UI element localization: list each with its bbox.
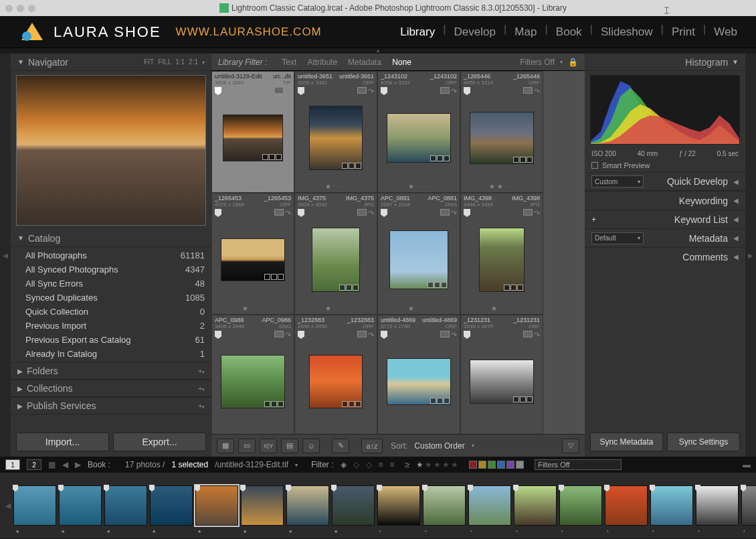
filmstrip-thumb[interactable]: ★ (13, 485, 56, 526)
main-window-button[interactable]: 1 (5, 459, 20, 470)
catalog-item[interactable]: Previous Import2 (11, 319, 211, 333)
thumbnail-image[interactable] (470, 112, 534, 164)
filter-rule-icon[interactable]: ≡ (379, 460, 383, 469)
filmstrip-thumb[interactable]: * (605, 485, 648, 526)
import-button[interactable]: Import... (16, 433, 109, 451)
rotate-icon[interactable]: ↷ (534, 209, 540, 218)
zoom-fill[interactable]: FILL (158, 58, 171, 66)
catalog-item[interactable]: Previous Export as Catalog61 (11, 333, 211, 347)
filmstrip-toggle-icon[interactable]: ▬ (743, 460, 751, 469)
thumb-rating[interactable] (461, 424, 543, 434)
thumbnail-cell[interactable]: _1265446_12654464059 x 3314ORF↷★★··· (460, 71, 543, 193)
thumb-rating[interactable]: ★···· (461, 302, 543, 314)
catalog-header[interactable]: ▼ Catalog (11, 230, 211, 247)
collapse-right-icon[interactable]: ▶ (745, 54, 756, 457)
disclosure-triangle-icon[interactable]: ▼ (732, 58, 739, 66)
pick-flag-icon[interactable] (215, 87, 221, 95)
collapse-left-icon[interactable]: ◀ (0, 54, 11, 457)
rotate-icon[interactable]: ↷ (451, 87, 457, 96)
thumbnail-cell[interactable]: untitled-3651untitled-36513033 x 3383ORF… (294, 71, 377, 193)
thumb-rating[interactable]: ★···· (378, 180, 460, 192)
filter-tab-none[interactable]: None (392, 58, 411, 67)
add-icon[interactable]: + (591, 215, 596, 224)
thumbnail-image[interactable] (221, 355, 285, 408)
disclosure-triangle-icon[interactable]: ▼ (17, 58, 24, 66)
thumbnail-cell[interactable]: APC_0986APC_09863495 x 2949DNG↷ (211, 315, 294, 434)
filmstrip-thumb[interactable]: * (559, 485, 602, 526)
thumbnail-cell[interactable]: _1265453_12654534372 x 2860ORF↷★···· (211, 193, 294, 315)
thumbnail-cell[interactable]: untitled-3129-Editun...dit3858 x 3083TIF… (211, 71, 294, 193)
filmstrip-thumb[interactable]: ★ (59, 485, 102, 526)
pick-flag-icon[interactable] (298, 209, 304, 217)
metadata-preset[interactable]: Default▾ (591, 232, 644, 244)
filters-off-dropdown[interactable]: Filters Off (520, 58, 555, 67)
rotate-icon[interactable]: ↷ (534, 331, 540, 339)
dropdown-icon[interactable]: ▾ (202, 60, 205, 66)
rotate-icon[interactable]: ↷ (368, 331, 374, 339)
panel-header-publish-services[interactable]: ▶Publish Services+▾ (11, 397, 211, 414)
zoom-2:1[interactable]: 2:1 (189, 58, 198, 66)
thumb-rating[interactable]: ★★··· (461, 180, 543, 192)
thumbnail-cell[interactable]: IMG_4398IMG_43982444 x 3484JPG↷★···· (460, 193, 543, 315)
quick-develop-header[interactable]: Custom▾ Quick Develop ◀ (585, 172, 745, 191)
thumbnail-grid[interactable]: untitled-3129-Editun...dit3858 x 3083TIF… (211, 71, 585, 434)
color-label[interactable] (488, 461, 496, 469)
module-book[interactable]: Book (556, 23, 582, 42)
disclosure-triangle-icon[interactable]: ▶ (17, 368, 23, 375)
module-map[interactable]: Map (514, 23, 537, 42)
rotate-icon[interactable]: ↷ (285, 331, 291, 339)
thumbnail-image[interactable] (470, 360, 534, 404)
thumbnail-cell[interactable]: _1231231_12312313910 x 2675ORF↷ (460, 315, 543, 434)
pick-flag-icon[interactable] (464, 331, 470, 339)
sync-settings-button[interactable]: Sync Settings (667, 433, 740, 451)
nav-back-icon[interactable]: ◀ (62, 460, 68, 469)
module-library[interactable]: Library (400, 23, 435, 42)
panel-header-collections[interactable]: ▶Collections+▾ (11, 380, 211, 397)
panel-header-metadata[interactable]: Default▾Metadata◀ (585, 228, 745, 247)
filmstrip-thumb[interactable]: * (423, 485, 466, 526)
thumbnail-image[interactable] (479, 228, 525, 292)
thumbnail-cell[interactable]: APC_0881APC_08812087 x 2104DNG↷★···· (377, 193, 460, 315)
panel-actions[interactable]: +▾ (198, 368, 205, 375)
grid-view-icon[interactable]: ▦ (217, 439, 234, 453)
color-label[interactable] (478, 461, 486, 469)
collapse-left-icon[interactable]: ◀ (5, 502, 11, 510)
second-window-button[interactable]: 2 (27, 459, 41, 470)
histogram-chart[interactable] (590, 75, 740, 145)
color-label[interactable] (516, 461, 524, 469)
color-label[interactable] (469, 461, 477, 469)
sort-value[interactable]: Custom Order (414, 441, 464, 451)
filmstrip[interactable]: ◀ ★★★★★★★★********* ▶ (0, 473, 756, 538)
catalog-item[interactable]: Already In Catalog1 (11, 347, 211, 361)
dropdown-icon[interactable]: ▾ (560, 59, 563, 65)
catalog-item[interactable]: All Photographs61181 (11, 248, 211, 262)
disclosure-triangle-icon[interactable]: ▼ (17, 234, 24, 242)
dropdown-icon[interactable]: ▾ (472, 443, 474, 449)
panel-header-keyword-list[interactable]: +Keyword List◀ (585, 210, 745, 228)
toolbar-options-icon[interactable]: ▽ (562, 439, 579, 453)
panel-header-comments[interactable]: Comments◀ (585, 247, 745, 266)
filmstrip-thumb[interactable]: ★ (286, 485, 329, 526)
rotate-icon[interactable]: ↷ (451, 331, 457, 339)
rotate-icon[interactable]: ↷ (285, 209, 291, 218)
thumb-rating[interactable]: ★···· (378, 302, 460, 314)
flag-filter-icon[interactable]: ◈ (341, 460, 347, 469)
rotate-icon[interactable]: ↷ (285, 87, 291, 96)
pick-flag-icon[interactable] (381, 209, 387, 217)
filmstrip-thumb[interactable]: * (514, 485, 557, 526)
zoom-fit[interactable]: FIT (144, 58, 154, 66)
module-develop[interactable]: Develop (454, 23, 496, 42)
painter-tool-icon[interactable]: ✎ (332, 439, 349, 453)
filmstrip-thumb[interactable]: * (377, 485, 420, 526)
thumb-rating[interactable]: ★···· (212, 302, 294, 314)
filmstrip-thumb[interactable]: * (468, 485, 511, 526)
close-window[interactable] (5, 5, 13, 12)
filter-preset-dropdown[interactable]: Filters Off (535, 459, 622, 470)
filter-tab-metadata[interactable]: Metadata (348, 58, 381, 67)
thumb-rating[interactable] (295, 424, 377, 434)
filmstrip-thumb[interactable]: ★ (195, 485, 238, 526)
rating-filter[interactable]: ★★★★★ (416, 460, 458, 469)
people-view-icon[interactable]: ☺ (302, 439, 320, 453)
color-label-filter[interactable] (469, 461, 524, 469)
disclosure-triangle-icon[interactable]: ▶ (17, 402, 23, 410)
